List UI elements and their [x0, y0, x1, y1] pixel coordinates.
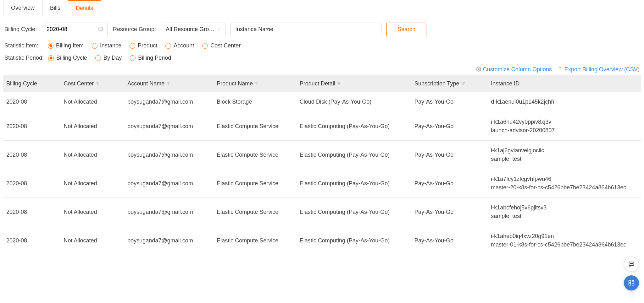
cell-billing-cycle: 2020-08: [3, 198, 61, 226]
filter-icon[interactable]: [166, 81, 170, 86]
cell-cost-center: Not Allocated: [61, 169, 125, 198]
cell-billing-cycle: 2020-08: [3, 112, 61, 141]
tab-overview[interactable]: Overview: [3, 0, 42, 16]
radio-icon: [92, 43, 97, 49]
radio-label: Billing Period: [138, 55, 171, 61]
cell-subscription-type: Pay-As-You-Go: [411, 169, 488, 198]
cell-account-name: boysuganda7@gmail.com: [124, 141, 214, 169]
table-row: 2020-08Not Allocatedboysuganda7@gmail.co…: [3, 141, 641, 169]
cell-account-name: boysuganda7@gmail.com: [124, 92, 214, 112]
svg-marker-5: [96, 82, 99, 85]
col-product-detail: Product Detail: [297, 75, 411, 92]
cell-product-detail: Elastic Computing (Pay-As-You-Go): [297, 169, 411, 198]
cell-cost-center: Not Allocated: [61, 226, 125, 255]
action-links: Customize Column Options Export Billing …: [0, 66, 644, 75]
table-row: 2020-08Not Allocatedboysuganda7@gmail.co…: [3, 169, 641, 198]
col-product-name: Product Name: [214, 75, 297, 92]
filter-icon[interactable]: [255, 81, 258, 86]
statistic-period-row: Statistic Period: Billing Cycle By Day B…: [4, 55, 640, 61]
filter-icon[interactable]: [96, 81, 100, 86]
table-row: 2020-08Not Allocatedboysuganda7@gmail.co…: [3, 92, 641, 112]
cell-billing-cycle: 2020-08: [3, 169, 61, 198]
cell-subscription-type: Pay-As-You-Go: [411, 141, 488, 169]
statistic-period-label: Statistic Period:: [4, 55, 44, 61]
cell-subscription-type: Pay-As-You-Go: [411, 226, 488, 255]
table-row: 2020-08Not Allocatedboysuganda7@gmail.co…: [3, 226, 641, 255]
cell-account-name: boysuganda7@gmail.com: [124, 198, 214, 226]
cell-account-name: boysuganda7@gmail.com: [124, 226, 214, 255]
search-button[interactable]: Search: [386, 23, 426, 36]
cell-instance-id: i-k1ahep0iq4xvz20g91enmaster-01-k8s-for-…: [488, 226, 641, 255]
statistic-item-row: Statistic Item: Billing Item Instance Pr…: [4, 42, 640, 49]
cell-instance-id: i-k1a7fcy1zfcgvhfpwu46master-20-k8s-for-…: [488, 169, 641, 198]
tabs-bar: Overview Bills Details: [0, 0, 644, 16]
cell-product-name: Elastic Compute Service: [214, 198, 297, 226]
radio-cost-center[interactable]: Cost Center: [202, 42, 241, 49]
billing-cycle-input[interactable]: [42, 23, 108, 36]
radio-icon: [202, 43, 208, 49]
cell-billing-cycle: 2020-08: [3, 141, 61, 169]
radio-label: Cost Center: [210, 42, 241, 49]
instance-name-select[interactable]: Instance Name: [230, 23, 381, 36]
resource-group-value: All Resource Gro…: [166, 26, 214, 33]
radio-by-day[interactable]: By Day: [95, 55, 122, 61]
billing-cycle-field[interactable]: [47, 26, 98, 33]
calendar-icon: [98, 26, 103, 33]
radio-label: Billing Cycle: [56, 55, 87, 61]
cell-product-detail: Elastic Computing (Pay-As-You-Go): [297, 226, 411, 255]
customize-columns-link[interactable]: Customize Column Options: [476, 66, 552, 73]
billing-table-wrap: Billing Cycle Cost Center Account Name P…: [0, 75, 644, 255]
table-row: 2020-08Not Allocatedboysuganda7@gmail.co…: [3, 198, 641, 226]
cell-instance-id: i-k1a6nu42vy0ppiv8xj3vlaunch-advisor-202…: [488, 112, 641, 141]
tab-bills[interactable]: Bills: [42, 0, 68, 16]
billing-cycle-label: Billing Cycle:: [4, 26, 37, 33]
cell-billing-cycle: 2020-08: [3, 92, 61, 112]
radio-label: Account: [174, 42, 194, 49]
table-header-row: Billing Cycle Cost Center Account Name P…: [3, 75, 641, 92]
cell-cost-center: Not Allocated: [61, 92, 125, 112]
resource-group-label: Resource Group:: [113, 26, 156, 33]
svg-marker-7: [255, 82, 258, 85]
radio-billing-period[interactable]: Billing Period: [130, 55, 171, 61]
radio-account[interactable]: Account: [165, 42, 194, 49]
radio-billing-item[interactable]: Billing Item: [48, 42, 84, 49]
cell-product-name: Elastic Compute Service: [214, 141, 297, 169]
statistic-item-group: Billing Item Instance Product Account Co…: [48, 42, 241, 49]
col-billing-cycle: Billing Cycle: [3, 75, 61, 92]
radio-billing-cycle[interactable]: Billing Cycle: [48, 55, 87, 61]
radio-label: Billing Item: [56, 42, 84, 49]
customize-columns-label: Customize Column Options: [483, 66, 552, 73]
radio-icon: [95, 55, 101, 61]
cell-instance-id: d-k1aenui0u1p145k2jchh: [488, 92, 641, 112]
cell-billing-cycle: 2020-08: [3, 226, 61, 255]
svg-rect-0: [99, 27, 103, 30]
radio-icon: [48, 55, 54, 61]
col-cost-center: Cost Center: [61, 75, 125, 92]
svg-point-4: [478, 68, 479, 70]
filter-icon[interactable]: [461, 81, 465, 86]
radio-instance[interactable]: Instance: [92, 42, 121, 49]
cell-product-detail: Cloud Disk (Pay-As-You-Go): [297, 92, 411, 112]
cell-product-name: Elastic Compute Service: [214, 169, 297, 198]
export-csv-link[interactable]: Export Billing Overview (CSV): [558, 66, 640, 73]
svg-marker-6: [167, 82, 170, 85]
radio-product[interactable]: Product: [130, 42, 157, 49]
gear-icon: [476, 67, 481, 73]
cell-product-detail: Elastic Computing (Pay-As-You-Go): [297, 112, 411, 141]
resource-group-select[interactable]: All Resource Gro…: [161, 23, 225, 36]
radio-icon: [48, 43, 53, 49]
col-account-name: Account Name: [124, 75, 214, 92]
cell-product-name: Elastic Compute Service: [214, 112, 297, 141]
filters-panel: Billing Cycle: Resource Group: All Resou…: [0, 16, 644, 66]
svg-marker-9: [462, 82, 464, 85]
filter-row-top: Billing Cycle: Resource Group: All Resou…: [4, 23, 640, 36]
cell-subscription-type: Pay-As-You-Go: [411, 198, 488, 226]
cell-cost-center: Not Allocated: [61, 141, 125, 169]
table-row: 2020-08Not Allocatedboysuganda7@gmail.co…: [3, 112, 641, 141]
export-csv-label: Export Billing Overview (CSV): [564, 66, 640, 73]
tab-details[interactable]: Details: [68, 0, 101, 16]
cell-product-detail: Elastic Computing (Pay-As-You-Go): [297, 198, 411, 226]
filter-icon[interactable]: [337, 81, 341, 86]
radio-icon: [130, 43, 135, 49]
cell-subscription-type: Pay-As-You-Go: [411, 92, 488, 112]
